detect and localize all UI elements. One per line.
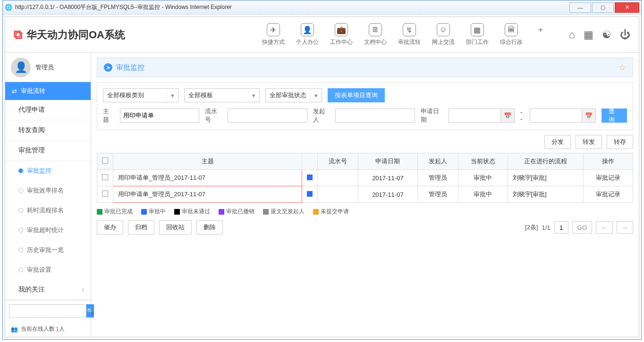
flow-icon: ⇄ [12, 88, 17, 95]
sidebar-group-approve[interactable]: ⇄ 审批流转 [5, 82, 91, 100]
select-status[interactable]: 全部审批状态▾ [265, 88, 322, 102]
archive-button[interactable]: 归档 [128, 220, 154, 234]
sidebar-sub-time[interactable]: 耗时流程排名 [5, 200, 91, 220]
table-row[interactable]: 用印申请单_管理员_2017-11-072017-11-07管理员审批中刘晓宇[… [97, 170, 633, 186]
delete-button[interactable]: 删除 [196, 220, 223, 234]
cell-flowno [318, 186, 358, 203]
nav-personal[interactable]: 👤个人办公 [293, 21, 322, 48]
calendar-icon[interactable]: 📅 [582, 108, 596, 123]
nav-add[interactable]: ＋ [531, 21, 550, 48]
date-from[interactable]: 📅 [449, 108, 515, 123]
calendar-icon[interactable]: 📅 [500, 108, 515, 123]
chevron-right-icon: ➤ [104, 63, 112, 72]
initiator-input[interactable] [335, 108, 415, 123]
star-icon[interactable]: ☆ [619, 62, 626, 73]
close-button[interactable]: ✕ [615, 2, 639, 13]
sidebar-item-manage[interactable]: 审批管理 [5, 141, 91, 161]
header-checkbox[interactable] [102, 158, 108, 164]
people-icon: 👥 [11, 326, 18, 333]
sidebar-sub-settings[interactable]: 审批设置 [5, 260, 91, 280]
home-icon[interactable]: ⌂ [569, 29, 575, 41]
col-op: 操作 [584, 153, 633, 170]
select-template-category[interactable]: 全部模板类别▾ [103, 88, 178, 102]
pager-total: [2条] [525, 223, 538, 232]
nav-shortcut[interactable]: ✈快捷方式 [259, 21, 288, 48]
nav-chat[interactable]: ☺网上交流 [429, 21, 458, 48]
table-header-row: 主题 流水号 申请日期 发起人 当前状态 正在进行的流程 操作 [97, 153, 633, 170]
nav-work[interactable]: 💼工作中心 [327, 21, 356, 48]
cell-process: 刘晓宇[审批] [508, 186, 584, 203]
select-template[interactable]: 全部模板▾ [184, 88, 260, 102]
cell-op[interactable]: 审批记录 [584, 186, 633, 203]
date-dash: -- [520, 108, 524, 123]
main-panel: ➤ 审批监控 ☆ 全部模板类别▾ 全部模板▾ 全部审批状态▾ 按表单项目查询 主… [91, 53, 639, 337]
chevron-down-icon: ▾ [248, 89, 259, 102]
cell-initiator: 管理员 [417, 186, 458, 203]
cell-subject[interactable]: 用印申请单_管理员_2017-11-07 [113, 186, 302, 203]
cell-state: 审批中 [458, 186, 508, 203]
legend-color-icon [141, 209, 147, 215]
date-from-input[interactable] [449, 108, 500, 123]
sidebar-search: 🔍 [5, 300, 91, 321]
sidebar-sub-efficiency[interactable]: 审批效率排名 [5, 181, 91, 200]
date-to[interactable]: 📅 [530, 108, 596, 123]
flowno-input[interactable] [228, 108, 307, 123]
chevron-down-icon: ▾ [167, 89, 178, 102]
subject-input[interactable] [120, 108, 200, 123]
minimize-button[interactable]: — [569, 2, 591, 13]
sidebar-item-agent[interactable]: 代理申请 [5, 100, 91, 120]
bottom-row: 催办 归档 回收站 删除 [2条] 1/1 GO ← → [97, 220, 633, 234]
legend: 审批已完成审批中审批未通过审批已撤销退文至发起人未提交申请 [97, 208, 633, 216]
urge-button[interactable]: 催办 [97, 220, 123, 234]
grid-icon[interactable]: ▦ [584, 29, 593, 41]
sidebar-sub-history[interactable]: 历史审批一览 [5, 240, 91, 260]
nav-approve[interactable]: ↯审批流转 [395, 21, 424, 48]
pager-input[interactable] [554, 221, 568, 234]
label-flowno: 流水号 [205, 107, 222, 124]
search-by-form-button[interactable]: 按表单项目查询 [328, 88, 385, 102]
date-to-input[interactable] [530, 108, 582, 123]
sidebar: 👤 管理员 ⇄ 审批流转 代理申请 转发查阅 审批管理 审批监控 审批效率排名 … [5, 53, 91, 337]
recycle-button[interactable]: 回收站 [159, 220, 192, 234]
sidebar-search-input[interactable] [9, 304, 86, 317]
pager-prev-button[interactable]: ← [596, 221, 612, 234]
brand: ⧉ 华天动力协同OA系统 [14, 27, 125, 42]
legend-item: 审批已撤销 [219, 208, 254, 216]
transfer-button[interactable]: 转存 [607, 135, 633, 149]
table-row[interactable]: 用印申请单_管理员_2017-11-072017-11-07管理员审批中刘晓宇[… [97, 186, 633, 203]
row-checkbox[interactable] [102, 191, 108, 197]
legend-item: 审批已完成 [97, 208, 133, 216]
breadcrumb: ➤ 审批监控 ☆ [97, 58, 633, 77]
legend-item: 未提交申请 [313, 208, 349, 216]
power-icon[interactable]: ⏻ [620, 29, 630, 41]
pager-go-button[interactable]: GO [572, 221, 593, 234]
sidebar-sub-timeout[interactable]: 审批超时统计 [5, 220, 91, 240]
top-right-icons: ⌂ ▦ ☯ ⏻ [569, 29, 630, 41]
sidebar-item-follow[interactable]: 我的关注 [5, 280, 91, 300]
maximize-button[interactable]: ▢ [592, 2, 614, 13]
forward-button[interactable]: 转发 [576, 135, 602, 149]
query-button[interactable]: 查询 [602, 108, 627, 123]
nav-dept[interactable]: ▦部门工作 [463, 21, 491, 48]
legend-color-icon [97, 209, 102, 215]
cell-date: 2017-11-07 [358, 170, 418, 186]
avatar-icon: 👤 [11, 58, 31, 77]
cell-op[interactable]: 审批记录 [584, 170, 633, 186]
nav-docs[interactable]: 🗎文档中心 [361, 21, 390, 48]
col-initiator: 发起人 [417, 153, 458, 170]
pager-next-button[interactable]: → [617, 221, 633, 234]
label-subject: 主题 [103, 107, 114, 124]
sidebar-sub-monitor[interactable]: 审批监控 [5, 161, 91, 181]
shirt-icon[interactable]: ☯ [602, 29, 611, 41]
sidebar-item-forward[interactable]: 转发查阅 [5, 120, 91, 141]
user-name: 管理员 [35, 63, 54, 72]
legend-item: 审批中 [141, 208, 166, 216]
distribute-button[interactable]: 分发 [544, 135, 571, 149]
nav-admin[interactable]: 🏛综合行政 [497, 21, 525, 48]
browser-window: 🌐 http://127.0.0.1/ - OA8000平台版_FPLMYSQL… [2, 0, 642, 340]
cell-subject[interactable]: 用印申请单_管理员_2017-11-07 [113, 170, 302, 186]
row-checkbox[interactable] [102, 174, 108, 180]
online-count: 👥 当前在线人数 1 人 [5, 321, 91, 337]
ie-icon: 🌐 [5, 4, 12, 11]
top-actions: 分发 转发 转存 [97, 135, 633, 149]
